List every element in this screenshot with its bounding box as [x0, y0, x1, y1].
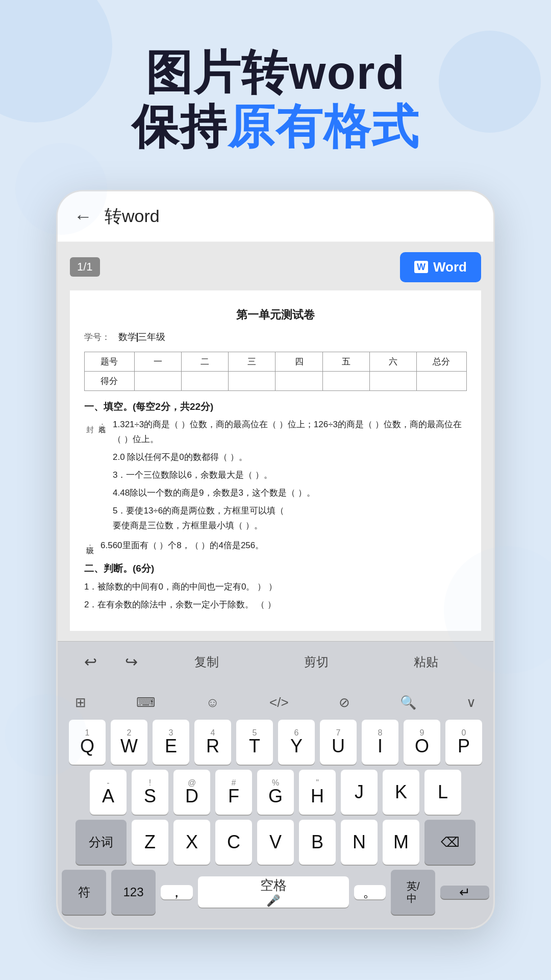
- key-L[interactable]: L: [424, 770, 461, 815]
- question-5: 5．要使13÷6的商是两位数，方框里可以填（要使商是三位数，方框里最小填（ ）。: [113, 504, 467, 533]
- key-B[interactable]: B: [299, 820, 336, 865]
- hero-line1: 图片转word: [31, 46, 520, 100]
- key-O[interactable]: 9O: [404, 720, 440, 765]
- keyboard-link-icon[interactable]: ⊘: [334, 692, 355, 714]
- key-N[interactable]: N: [341, 820, 378, 865]
- app-title: 转word: [105, 205, 160, 228]
- doc-meta: 学号： 数学三年级: [84, 330, 467, 345]
- table-header-1: 一: [134, 352, 181, 371]
- key-M[interactable]: M: [383, 820, 419, 865]
- paste-button[interactable]: 粘贴: [371, 650, 481, 674]
- table-header-6: 六: [369, 352, 416, 371]
- side-content2: 6.560里面有（ ）个8，（ ）的4倍是256。: [101, 538, 467, 556]
- section1-title: 一、填空。(每空2分，共22分): [84, 399, 467, 414]
- key-P[interactable]: 0P: [445, 720, 482, 765]
- key-Y[interactable]: 6Y: [278, 720, 315, 765]
- side-section2: 班级： 6.560里面有（ ）个8，（ ）的4倍是256。: [84, 538, 467, 556]
- key-V[interactable]: V: [257, 820, 294, 865]
- key-W[interactable]: 2W: [111, 720, 147, 765]
- key-S[interactable]: !S: [132, 770, 168, 815]
- redo-button[interactable]: ↪: [111, 653, 152, 671]
- meta-label: 学号：: [84, 330, 110, 344]
- key-G[interactable]: %G: [257, 770, 294, 815]
- cut-button[interactable]: 剪切: [261, 650, 371, 674]
- key-H[interactable]: "H: [299, 770, 336, 815]
- question-1: 1.321÷3的商是（ ）位数，商的最高位在（ ）位上；126÷3的商是（ ）位…: [113, 418, 467, 447]
- hero-section: 图片转word 保持原有格式: [0, 0, 551, 180]
- keyboard-grid-icon[interactable]: ⊞: [70, 692, 91, 714]
- table-header-2: 二: [182, 352, 229, 371]
- table-header-4: 四: [276, 352, 322, 371]
- key-Z[interactable]: Z: [132, 820, 168, 865]
- meta-value: 数学三年级: [118, 330, 165, 345]
- keyboard-top-row: ⊞ ⌨ ☺ </> ⊘ 🔍 ∨: [62, 688, 489, 720]
- key-lang-switch[interactable]: 英/中: [391, 870, 435, 915]
- hero-line2-blue: 原有格式: [228, 101, 419, 153]
- key-F[interactable]: #F: [215, 770, 252, 815]
- table-header-7: 总分: [416, 352, 466, 371]
- table-header-5: 五: [322, 352, 369, 371]
- side-content1: 1.321÷3的商是（ ）位数，商的最高位在（ ）位上；126÷3的商是（ ）位…: [113, 418, 467, 536]
- question-4: 4.48除以一个数的商是9，余数是3，这个数是（ ）。: [113, 486, 467, 501]
- copy-button[interactable]: 复制: [152, 650, 261, 674]
- keyboard-collapse-icon[interactable]: ∨: [461, 692, 481, 714]
- key-D[interactable]: @D: [173, 770, 210, 815]
- side-label-name: 姓名：封: [84, 418, 109, 536]
- question-3: 3．一个三位数除以6，余数最大是（ ）。: [113, 468, 467, 483]
- key-J[interactable]: J: [341, 770, 378, 815]
- score-table: 题号 一 二 三 四 五 六 总分 得分: [84, 352, 467, 391]
- keyboard-code-icon[interactable]: </>: [264, 692, 294, 714]
- app-header: ← 转word: [58, 191, 493, 242]
- back-button[interactable]: ←: [74, 206, 92, 227]
- word-btn-label: Word: [433, 259, 467, 275]
- key-period[interactable]: 。: [354, 885, 386, 899]
- document-area: 1/1 W Word 第一单元测试卷 学号： 数学三年级 题号 一 二 三 四: [58, 242, 493, 641]
- keyboard-bottom-row: 符 123 ， 空格 🎤 。 英/中 ↵: [62, 870, 489, 915]
- key-C[interactable]: C: [215, 820, 252, 865]
- key-R[interactable]: 4R: [194, 720, 231, 765]
- keyboard-row-3: 分词 Z X C V B N M ⌫: [62, 820, 489, 865]
- table-header-0: 题号: [85, 352, 135, 371]
- key-A[interactable]: -A: [90, 770, 127, 815]
- side-section1: 姓名：封 1.321÷3的商是（ ）位数，商的最高位在（ ）位上；126÷3的商…: [84, 418, 467, 536]
- key-space[interactable]: 空格 🎤: [198, 876, 349, 908]
- key-Q[interactable]: 1Q: [69, 720, 106, 765]
- judge-1: 1．被除数的中间有0，商的中间也一定有0。 ） ）: [84, 580, 467, 595]
- keyboard-layout-icon[interactable]: ⌨: [131, 692, 161, 714]
- word-icon: W: [414, 261, 428, 273]
- keyboard-row-1: 1Q 2W 3E 4R 5T 6Y 7U 8I 9O 0P: [62, 720, 489, 765]
- word-export-button[interactable]: W Word: [400, 252, 481, 282]
- hero-line2: 保持原有格式: [31, 100, 520, 154]
- key-E[interactable]: 3E: [153, 720, 189, 765]
- keyboard-emoji-icon[interactable]: ☺: [201, 692, 224, 714]
- keyboard-search-icon[interactable]: 🔍: [395, 692, 421, 714]
- keyboard: ⊞ ⌨ ☺ </> ⊘ 🔍 ∨ 1Q 2W 3E 4R 5T 6Y 7U 8I …: [58, 682, 493, 928]
- key-T[interactable]: 5T: [236, 720, 273, 765]
- table-score-label: 得分: [85, 371, 135, 390]
- doc-toolbar: 1/1 W Word: [70, 252, 481, 282]
- hero-line2-prefix: 保持: [132, 101, 228, 153]
- phone-mockup: ← 转word 1/1 W Word 第一单元测试卷 学号： 数学三年级 题号 …: [56, 190, 495, 929]
- key-comma[interactable]: ，: [161, 885, 193, 899]
- question-6: 6.560里面有（ ）个8，（ ）的4倍是256。: [101, 538, 467, 553]
- doc-title: 第一单元测试卷: [84, 306, 467, 324]
- key-U[interactable]: 7U: [320, 720, 357, 765]
- key-K[interactable]: K: [383, 770, 419, 815]
- table-header-3: 三: [229, 352, 276, 371]
- page-badge: 1/1: [70, 257, 100, 277]
- key-fu[interactable]: 符: [62, 870, 106, 915]
- judge-2: 2．在有余数的除法中，余数一定小于除数。 （ ）: [84, 598, 467, 612]
- key-enter[interactable]: ↵: [440, 886, 489, 899]
- keyboard-row-2: -A !S @D #F %G "H J K L: [62, 770, 489, 815]
- key-X[interactable]: X: [173, 820, 210, 865]
- key-I[interactable]: 8I: [362, 720, 398, 765]
- document-content: 第一单元测试卷 学号： 数学三年级 题号 一 二 三 四 五 六 总分 得: [70, 290, 481, 631]
- undo-button[interactable]: ↩: [70, 653, 111, 671]
- edit-toolbar: ↩ ↪ 复制 剪切 粘贴: [58, 641, 493, 682]
- key-backspace[interactable]: ⌫: [424, 820, 475, 865]
- section2-title: 二、判断。(6分): [84, 561, 467, 576]
- side-label-class: 班级：: [84, 538, 96, 556]
- key-123[interactable]: 123: [111, 870, 156, 915]
- key-fenci[interactable]: 分词: [76, 820, 127, 865]
- question-2: 2.0 除以任何不是0的数都得（ ）。: [113, 450, 467, 465]
